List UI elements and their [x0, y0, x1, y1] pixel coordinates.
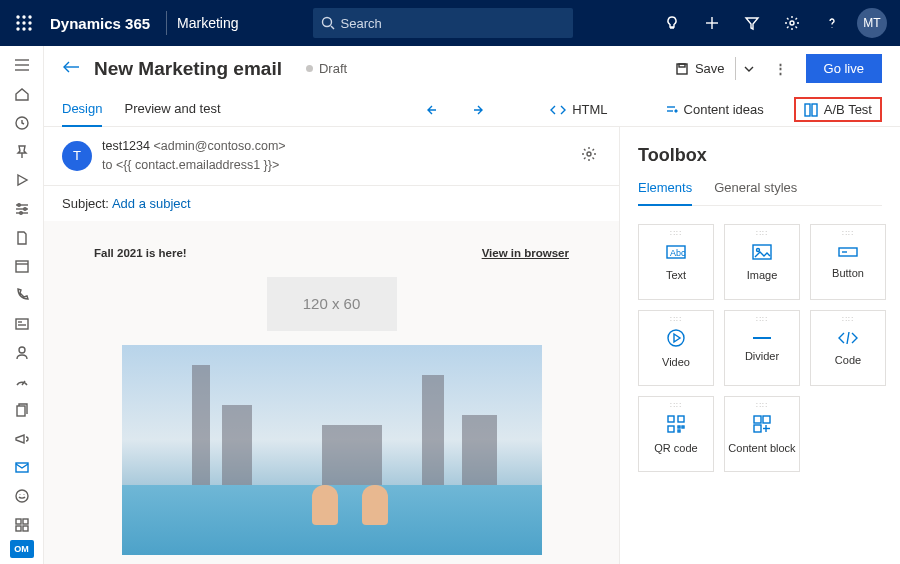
divider-icon: [751, 334, 773, 342]
svg-rect-44: [812, 104, 817, 116]
svg-point-29: [19, 347, 25, 353]
avatar-initials: MT: [857, 8, 887, 38]
svg-rect-36: [16, 526, 21, 531]
megaphone-icon[interactable]: [4, 425, 40, 452]
brand-label[interactable]: Dynamics 365: [40, 15, 156, 32]
toolbox-item-text[interactable]: ∷∷AbcText: [638, 224, 714, 300]
grid-icon[interactable]: [4, 512, 40, 539]
more-button[interactable]: ⋮: [762, 61, 800, 76]
global-topbar: Dynamics 365 Marketing Search MT: [0, 0, 900, 46]
tab-design[interactable]: Design: [62, 93, 102, 126]
text-icon: Abc: [665, 243, 687, 261]
svg-rect-54: [668, 416, 674, 422]
toolbox-title: Toolbox: [638, 145, 882, 166]
content-block-icon: [752, 414, 772, 434]
svg-point-4: [23, 22, 25, 24]
gauge-icon[interactable]: [4, 368, 40, 395]
search-placeholder: Search: [341, 16, 382, 31]
calendar-icon[interactable]: [4, 253, 40, 280]
save-button[interactable]: Save: [669, 57, 731, 80]
svg-rect-59: [678, 430, 680, 432]
envelope-settings-icon[interactable]: [577, 142, 601, 169]
hero-image[interactable]: [122, 345, 542, 555]
redo-button[interactable]: [458, 97, 494, 123]
svg-point-9: [322, 18, 331, 27]
save-icon: [675, 62, 689, 76]
toolbox-item-qr[interactable]: ∷∷QR code: [638, 396, 714, 472]
home-icon[interactable]: [4, 81, 40, 108]
logo-placeholder[interactable]: 120 x 60: [267, 277, 397, 331]
email-body[interactable]: Fall 2021 is here! View in browser 120 x…: [44, 221, 619, 565]
svg-rect-55: [678, 416, 684, 422]
phone-icon[interactable]: [4, 282, 40, 309]
help-icon[interactable]: [812, 0, 852, 46]
from-block[interactable]: test1234 <admin@contoso.com> to <{{ cont…: [102, 137, 577, 175]
svg-text:Abc: Abc: [670, 248, 686, 258]
filter-icon[interactable]: [732, 0, 772, 46]
undo-button[interactable]: [416, 97, 452, 123]
toolbox-item-content-block[interactable]: ∷∷Content block: [724, 396, 800, 472]
subject-label: Subject:: [62, 196, 109, 211]
add-icon[interactable]: [692, 0, 732, 46]
subject-placeholder-link[interactable]: Add a subject: [112, 196, 191, 211]
mail-icon[interactable]: [4, 454, 40, 481]
svg-point-13: [790, 21, 794, 25]
module-label[interactable]: Marketing: [177, 15, 252, 31]
ab-test-icon: [804, 103, 818, 117]
go-live-button[interactable]: Go live: [806, 54, 882, 83]
play-icon[interactable]: [4, 167, 40, 194]
settings-icon[interactable]: [772, 0, 812, 46]
email-envelope: T test1234 <admin@contoso.com> to <{{ co…: [44, 127, 619, 186]
html-button[interactable]: HTML: [540, 96, 617, 123]
om-badge[interactable]: OM: [10, 540, 34, 558]
toolbox-tab-general[interactable]: General styles: [714, 180, 797, 205]
toolbox-item-image[interactable]: ∷∷Image: [724, 224, 800, 300]
global-search[interactable]: Search: [313, 8, 573, 38]
svg-point-52: [668, 330, 684, 346]
qr-icon: [666, 414, 686, 434]
app-launcher-icon[interactable]: [8, 15, 40, 31]
clock-icon[interactable]: [4, 109, 40, 136]
subject-row[interactable]: Subject: Add a subject: [44, 186, 619, 221]
svg-rect-60: [754, 416, 761, 423]
document-icon[interactable]: [4, 224, 40, 251]
svg-point-7: [23, 28, 25, 30]
svg-rect-58: [682, 426, 684, 428]
toolbox-item-divider[interactable]: ∷∷Divider: [724, 310, 800, 386]
svg-point-3: [17, 22, 19, 24]
sender-avatar: T: [62, 141, 92, 171]
svg-rect-61: [763, 416, 770, 423]
svg-rect-43: [805, 104, 810, 116]
newspaper-icon[interactable]: [4, 310, 40, 337]
sliders-icon[interactable]: [4, 196, 40, 223]
back-button[interactable]: [62, 60, 80, 77]
content-ideas-button[interactable]: Content ideas: [654, 96, 774, 123]
toolbox-item-video[interactable]: ∷∷Video: [638, 310, 714, 386]
tab-preview[interactable]: Preview and test: [124, 93, 220, 126]
emoji-icon[interactable]: [4, 483, 40, 510]
svg-point-5: [29, 22, 31, 24]
lightbulb-icon[interactable]: [652, 0, 692, 46]
files-icon[interactable]: [4, 397, 40, 424]
svg-point-2: [29, 16, 31, 18]
button-icon: [837, 245, 859, 259]
ab-test-button[interactable]: A/B Test: [794, 97, 882, 122]
toolbox-item-button[interactable]: ∷∷Button: [810, 224, 886, 300]
pin-icon[interactable]: [4, 138, 40, 165]
video-icon: [666, 328, 686, 348]
editor-toolbar: Design Preview and test HTML Content ide…: [44, 87, 900, 127]
hamburger-icon[interactable]: [4, 52, 40, 79]
status-indicator: [306, 65, 313, 72]
view-in-browser-link[interactable]: View in browser: [482, 247, 569, 259]
save-label: Save: [695, 61, 725, 76]
svg-point-6: [17, 28, 19, 30]
toolbox-item-code[interactable]: ∷∷Code: [810, 310, 886, 386]
toolbox-tab-elements[interactable]: Elements: [638, 180, 692, 205]
save-dropdown[interactable]: [735, 57, 762, 80]
search-icon: [321, 16, 335, 30]
user-avatar[interactable]: MT: [852, 0, 892, 46]
svg-point-45: [587, 152, 591, 156]
svg-rect-62: [754, 425, 761, 432]
person-icon[interactable]: [4, 339, 40, 366]
page-header: New Marketing email Draft Save ⋮ Go live: [44, 46, 900, 87]
